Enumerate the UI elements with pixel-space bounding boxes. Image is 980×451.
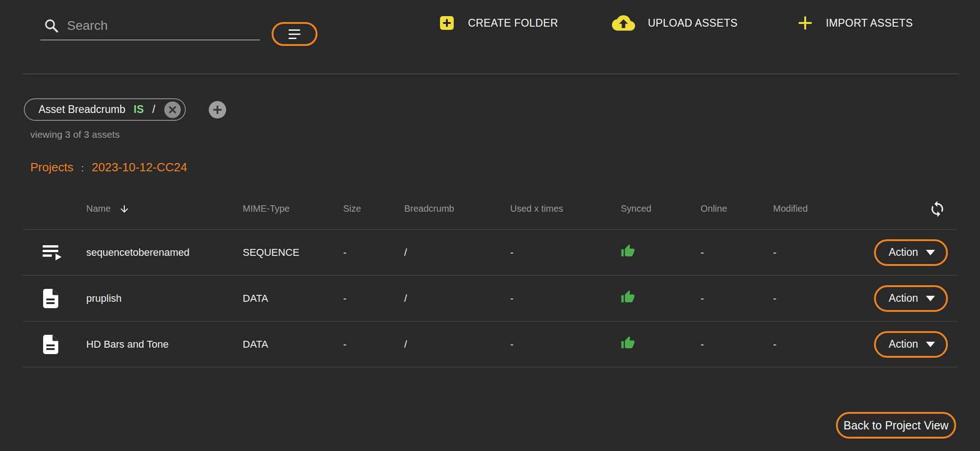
document-icon — [43, 289, 58, 308]
refresh-button[interactable] — [929, 200, 946, 218]
back-button-label: Back to Project View — [844, 419, 949, 432]
table-row[interactable]: sequencetoberenamed SEQUENCE - / - - - A… — [23, 230, 957, 276]
breadcrumb: Projects : 2023-10-12-CC24 — [30, 160, 187, 175]
cell-synced — [621, 336, 701, 353]
filter-chip-value: / — [152, 103, 155, 116]
sync-icon — [929, 200, 946, 218]
breadcrumb-separator: : — [81, 163, 84, 174]
sequence-icon — [43, 244, 63, 261]
close-icon — [168, 106, 177, 114]
action-label: Action — [889, 338, 918, 350]
cell-used-x-times: - — [510, 293, 621, 304]
header-breadcrumb[interactable]: Breadcrumb — [404, 203, 510, 214]
cell-used-x-times: - — [510, 338, 621, 350]
add-filter-button[interactable] — [209, 101, 226, 118]
cell-name: sequencetoberenamed — [86, 247, 243, 259]
upload-assets-label: UPLOAD ASSETS — [648, 17, 738, 29]
back-to-project-view-button[interactable]: Back to Project View — [836, 412, 956, 439]
cell-breadcrumb: / — [404, 293, 510, 304]
thumbs-up-icon — [621, 244, 635, 258]
cell-modified: - — [773, 247, 872, 259]
document-icon — [43, 335, 58, 354]
filter-sort-icon — [289, 29, 301, 39]
cell-breadcrumb: / — [404, 338, 510, 350]
add-box-icon — [438, 14, 456, 32]
filter-chip-field: Asset Breadcrumb — [39, 103, 125, 116]
thumbs-up-icon — [621, 290, 635, 304]
cell-size: - — [343, 338, 404, 350]
cell-size: - — [343, 293, 404, 304]
filter-chip-asset-breadcrumb[interactable]: Asset Breadcrumb IS / — [24, 98, 186, 121]
viewing-count-text: viewing 3 of 3 assets — [30, 129, 120, 140]
thumbs-up-icon — [621, 336, 635, 350]
search-input[interactable] — [67, 18, 241, 33]
cell-size: - — [343, 247, 404, 259]
cell-mime-type: SEQUENCE — [243, 247, 343, 259]
filter-chip-operator: IS — [134, 103, 144, 116]
header-size[interactable]: Size — [343, 203, 404, 214]
header-name[interactable]: Name — [86, 203, 243, 214]
action-dropdown-button[interactable]: Action — [874, 239, 948, 266]
chevron-down-icon — [926, 296, 935, 301]
chevron-down-icon — [926, 342, 935, 347]
header-used-x-times[interactable]: Used x times — [510, 203, 621, 214]
create-folder-button[interactable]: CREATE FOLDER — [438, 12, 558, 34]
plus-icon — [796, 14, 814, 32]
action-label: Action — [889, 246, 918, 259]
cell-synced — [621, 244, 701, 261]
toolbar-divider — [23, 73, 959, 74]
asset-manager-page: CREATE FOLDER UPLOAD ASSETS IMPORT ASSET… — [0, 0, 980, 451]
header-modified[interactable]: Modified — [773, 203, 872, 214]
action-dropdown-button[interactable]: Action — [874, 285, 948, 312]
header-synced[interactable]: Synced — [621, 203, 701, 214]
cell-mime-type: DATA — [243, 293, 343, 304]
action-label: Action — [889, 292, 918, 304]
header-mime-type[interactable]: MIME-Type — [243, 203, 343, 214]
breadcrumb-current-link[interactable]: 2023-10-12-CC24 — [92, 160, 187, 175]
import-assets-label: IMPORT ASSETS — [826, 17, 913, 29]
cell-name: pruplish — [86, 293, 243, 304]
filter-sort-button[interactable] — [272, 22, 317, 46]
cell-mime-type: DATA — [243, 338, 343, 350]
cell-online: - — [701, 247, 773, 259]
cell-used-x-times: - — [510, 247, 621, 259]
cell-modified: - — [773, 293, 872, 304]
assets-table-header: Name MIME-Type Size Breadcrumb Used x ti… — [23, 188, 957, 230]
cell-online: - — [701, 293, 773, 304]
chevron-down-icon — [926, 250, 935, 255]
action-dropdown-button[interactable]: Action — [874, 331, 948, 358]
import-assets-button[interactable]: IMPORT ASSETS — [796, 12, 913, 34]
create-folder-label: CREATE FOLDER — [468, 17, 558, 29]
upload-assets-button[interactable]: UPLOAD ASSETS — [611, 12, 738, 34]
search-field[interactable] — [40, 12, 260, 40]
plus-circle-icon — [212, 105, 223, 115]
cell-modified: - — [773, 338, 872, 350]
cell-synced — [621, 290, 701, 307]
cloud-upload-icon — [611, 13, 636, 33]
cell-online: - — [701, 338, 773, 350]
breadcrumb-root-link[interactable]: Projects — [30, 160, 73, 175]
header-online[interactable]: Online — [701, 203, 773, 214]
filter-chip-remove-button[interactable] — [164, 101, 181, 118]
cell-name: HD Bars and Tone — [86, 338, 243, 350]
cell-breadcrumb: / — [404, 247, 510, 259]
search-icon — [43, 17, 60, 34]
arrow-down-icon — [119, 203, 130, 214]
assets-table: Name MIME-Type Size Breadcrumb Used x ti… — [23, 188, 957, 367]
table-row[interactable]: HD Bars and Tone DATA - / - - - Action — [23, 321, 957, 367]
table-row[interactable]: pruplish DATA - / - - - Action — [23, 276, 957, 321]
